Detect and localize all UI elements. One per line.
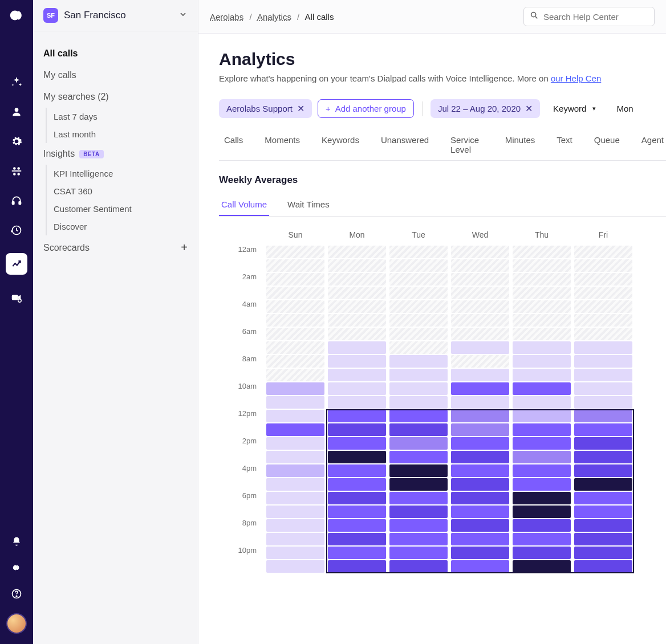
heatmap-cell[interactable]	[574, 423, 632, 436]
heatmap-cell[interactable]	[574, 560, 632, 573]
heatmap-cell[interactable]	[266, 382, 324, 395]
sidebar-item-my-searches[interactable]: My searches (2)	[43, 86, 188, 108]
heatmap-cell[interactable]	[266, 246, 324, 258]
heatmap-cell[interactable]	[389, 478, 448, 491]
team-icon[interactable]	[10, 164, 23, 178]
heatmap-cell[interactable]	[451, 492, 509, 504]
heatmap-cell[interactable]	[574, 547, 632, 559]
moment-dropdown-partial[interactable]: Mon	[609, 100, 640, 117]
heatmap-cell[interactable]	[513, 478, 571, 491]
heatmap-cell[interactable]	[451, 519, 509, 532]
add-group-button[interactable]: + Add another group	[318, 99, 414, 118]
heatmap-cell[interactable]	[451, 451, 509, 463]
heatmap-cell[interactable]	[451, 382, 509, 395]
heatmap-cell[interactable]	[513, 464, 571, 477]
heatmap-cell[interactable]	[574, 519, 632, 532]
heatmap-cell[interactable]	[328, 547, 386, 559]
heatmap-cell[interactable]	[574, 287, 632, 299]
heatmap-cell[interactable]	[513, 287, 571, 299]
heatmap-cell[interactable]	[513, 492, 571, 504]
tab-minutes[interactable]: Minutes	[503, 129, 538, 160]
heatmap-cell[interactable]	[574, 533, 632, 545]
heatmap-cell[interactable]	[328, 506, 386, 518]
sidebar-item-discover[interactable]: Discover	[54, 218, 188, 235]
subtab-wait-times[interactable]: Wait Times	[285, 194, 332, 216]
heatmap-cell[interactable]	[513, 382, 571, 395]
heatmap-cell[interactable]	[389, 492, 448, 504]
help-icon[interactable]	[10, 587, 23, 601]
heatmap-cell[interactable]	[513, 259, 571, 272]
dialpad-small-icon[interactable]	[10, 561, 23, 574]
heatmap-cell[interactable]	[451, 341, 509, 354]
heatmap-cell[interactable]	[266, 259, 324, 272]
heatmap-cell[interactable]	[389, 506, 448, 518]
heatmap-cell[interactable]	[451, 464, 509, 477]
heatmap-cell[interactable]	[389, 341, 448, 354]
heatmap-cell[interactable]	[266, 273, 324, 286]
heatmap-cell[interactable]	[389, 273, 448, 286]
heatmap-cell[interactable]	[574, 246, 632, 258]
heatmap-cell[interactable]	[574, 464, 632, 477]
heatmap-cell[interactable]	[266, 287, 324, 299]
heatmap-cell[interactable]	[328, 273, 386, 286]
app-logo[interactable]	[8, 7, 25, 24]
sidebar-item-insights[interactable]: Insights BETA	[43, 143, 188, 165]
tab-queue[interactable]: Queue	[592, 129, 622, 160]
heatmap-cell[interactable]	[451, 560, 509, 573]
heatmap-cell[interactable]	[389, 410, 448, 422]
heatmap-cell[interactable]	[574, 506, 632, 518]
close-icon[interactable]: ✕	[297, 103, 304, 114]
gear-icon[interactable]	[10, 134, 23, 148]
heatmap-cell[interactable]	[574, 437, 632, 450]
heatmap-cell[interactable]	[328, 328, 386, 340]
heatmap-cell[interactable]	[451, 246, 509, 258]
heatmap-cell[interactable]	[574, 396, 632, 409]
heatmap-cell[interactable]	[328, 464, 386, 477]
heatmap-cell[interactable]	[574, 259, 632, 272]
heatmap-cell[interactable]	[266, 355, 324, 368]
heatmap-cell[interactable]	[389, 519, 448, 532]
tab-unanswered[interactable]: Unanswered	[379, 129, 431, 160]
heatmap-cell[interactable]	[328, 519, 386, 532]
heatmap-cell[interactable]	[451, 314, 509, 327]
help-search-input[interactable]	[543, 12, 652, 22]
heatmap-cell[interactable]	[513, 328, 571, 340]
heatmap-cell[interactable]	[266, 396, 324, 409]
heatmap-cell[interactable]	[266, 314, 324, 327]
sidebar-item-scorecards[interactable]: Scorecards +	[43, 235, 188, 260]
sidebar-item-my-calls[interactable]: My calls	[43, 64, 188, 86]
heatmap-cell[interactable]	[389, 464, 448, 477]
heatmap-cell[interactable]	[389, 259, 448, 272]
sidebar-item-last-month[interactable]: Last month	[54, 125, 188, 143]
heatmap-cell[interactable]	[389, 451, 448, 463]
heatmap-cell[interactable]	[574, 328, 632, 340]
heatmap-cell[interactable]	[328, 560, 386, 573]
heatmap-cell[interactable]	[513, 369, 571, 381]
heatmap-cell[interactable]	[513, 314, 571, 327]
heatmap-cell[interactable]	[266, 328, 324, 340]
sidebar-item-sentiment[interactable]: Customer Sentiment	[54, 200, 188, 218]
heatmap-cell[interactable]	[328, 478, 386, 491]
heatmap-cell[interactable]	[328, 355, 386, 368]
headset-icon[interactable]	[10, 194, 23, 207]
heatmap-cell[interactable]	[513, 341, 571, 354]
heatmap-cell[interactable]	[389, 437, 448, 450]
heatmap-cell[interactable]	[389, 314, 448, 327]
heatmap-cell[interactable]	[266, 478, 324, 491]
heatmap-cell[interactable]	[574, 382, 632, 395]
heatmap-cell[interactable]	[513, 533, 571, 545]
heatmap-cell[interactable]	[328, 259, 386, 272]
close-icon[interactable]: ✕	[525, 103, 533, 114]
heatmap-cell[interactable]	[574, 273, 632, 286]
bell-icon[interactable]	[10, 535, 23, 548]
heatmap-cell[interactable]	[389, 246, 448, 258]
heatmap-cell[interactable]	[266, 451, 324, 463]
heatmap-cell[interactable]	[328, 369, 386, 381]
heatmap-cell[interactable]	[574, 355, 632, 368]
heatmap-cell[interactable]	[266, 547, 324, 559]
sidebar-item-kpi[interactable]: KPI Intelligence	[54, 165, 188, 182]
heatmap-cell[interactable]	[389, 396, 448, 409]
heatmap-cell[interactable]	[328, 396, 386, 409]
heatmap-cell[interactable]	[266, 519, 324, 532]
heatmap-cell[interactable]	[451, 547, 509, 559]
